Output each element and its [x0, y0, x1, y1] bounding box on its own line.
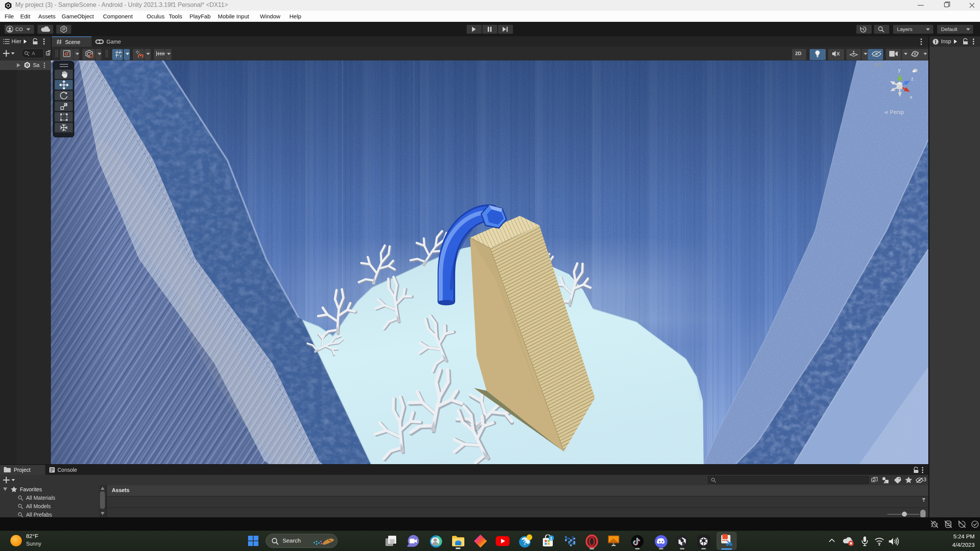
svg-text:⋖ Persp: ⋖ Persp [884, 109, 904, 115]
svg-text:Y: Y [119, 54, 122, 58]
svg-text:1: 1 [550, 536, 552, 541]
svg-text:z: z [911, 76, 913, 82]
svg-text:y: y [898, 67, 900, 73]
svg-text:x: x [910, 95, 912, 100]
svg-text:?: ? [523, 539, 527, 546]
